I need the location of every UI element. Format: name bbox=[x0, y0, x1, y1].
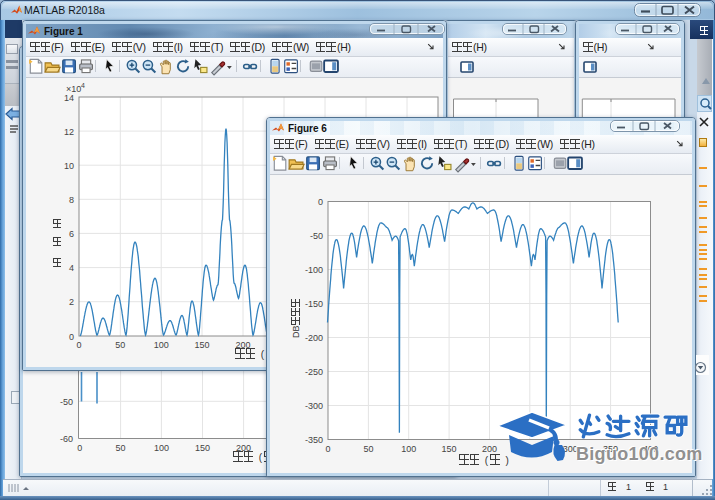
svg-text:14: 14 bbox=[64, 93, 74, 103]
svg-text:0: 0 bbox=[76, 340, 81, 350]
svg-text:50: 50 bbox=[115, 340, 125, 350]
svg-text:4: 4 bbox=[69, 263, 74, 273]
svg-text:-150: -150 bbox=[305, 299, 323, 309]
svg-text:-50: -50 bbox=[310, 231, 323, 241]
svg-text:100: 100 bbox=[154, 340, 169, 350]
svg-text:-50: -50 bbox=[60, 397, 73, 407]
svg-text:50: 50 bbox=[363, 444, 373, 454]
svg-text:0: 0 bbox=[325, 444, 330, 454]
svg-text:-200: -200 bbox=[305, 333, 323, 343]
svg-text:150: 150 bbox=[194, 340, 209, 350]
svg-text:8: 8 bbox=[69, 195, 74, 205]
svg-text:-60: -60 bbox=[60, 434, 73, 444]
svg-text:2: 2 bbox=[69, 297, 74, 307]
svg-text:0: 0 bbox=[318, 197, 323, 207]
svg-text:-300: -300 bbox=[305, 401, 323, 411]
svg-text:100: 100 bbox=[154, 443, 169, 453]
svg-text:-100: -100 bbox=[305, 265, 323, 275]
svg-text:×10: ×10 bbox=[66, 84, 81, 94]
svg-text:0: 0 bbox=[69, 332, 74, 342]
svg-text:150: 150 bbox=[195, 443, 210, 453]
svg-text:150: 150 bbox=[442, 444, 457, 454]
svg-text:-350: -350 bbox=[305, 435, 323, 445]
svg-text:0: 0 bbox=[77, 443, 82, 453]
svg-text:100: 100 bbox=[401, 444, 416, 454]
svg-text:12: 12 bbox=[64, 127, 74, 137]
svg-text:10: 10 bbox=[64, 161, 74, 171]
svg-text:-250: -250 bbox=[305, 367, 323, 377]
svg-text:4: 4 bbox=[81, 82, 85, 89]
svg-text:6: 6 bbox=[69, 229, 74, 239]
svg-text:50: 50 bbox=[116, 443, 126, 453]
